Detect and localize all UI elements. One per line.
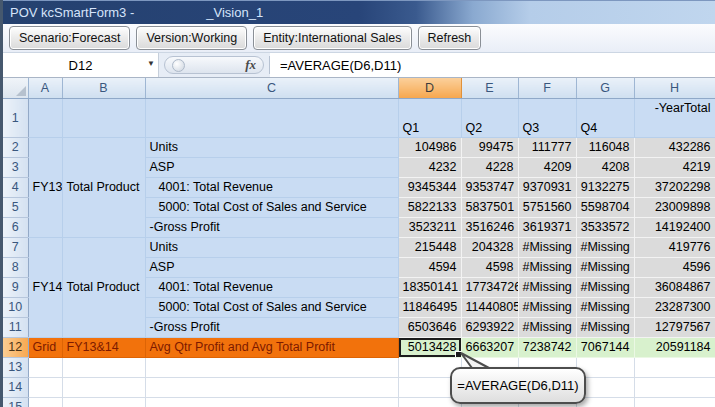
col-header-H[interactable]: H <box>634 78 715 98</box>
col-header-E[interactable]: E <box>461 78 518 98</box>
row-header-11[interactable]: 11 <box>3 317 28 337</box>
scenario-button[interactable]: Scenario:Forecast <box>9 26 130 50</box>
cell-E9[interactable]: 17734726 <box>461 277 518 297</box>
cell-B14[interactable] <box>62 377 145 397</box>
cell-F4[interactable]: 9370931 <box>518 177 576 197</box>
row-header-7[interactable]: 7 <box>3 237 28 257</box>
cell-C12[interactable]: Avg Qtr Profit and Avg Total Profit <box>145 337 398 357</box>
cell-F10[interactable]: #Missing <box>518 297 576 317</box>
cell-G8[interactable]: #Missing <box>576 257 634 277</box>
cell-H5[interactable]: 23009898 <box>634 197 715 217</box>
cell-H7[interactable]: 419776 <box>634 237 715 257</box>
cell-E7[interactable]: 204328 <box>461 237 518 257</box>
cell-E8[interactable]: 4598 <box>461 257 518 277</box>
cell-D10[interactable]: 11846495 <box>398 297 461 317</box>
cell-C2[interactable]: Units <box>145 137 398 157</box>
cell-D11[interactable]: 6503646 <box>398 317 461 337</box>
cell-H4[interactable]: 37202298 <box>634 177 715 197</box>
row-header-1[interactable]: 1 <box>3 98 28 137</box>
cell-B1[interactable] <box>62 98 145 137</box>
cell-C6[interactable]: -Gross Profit <box>145 217 398 237</box>
row-header-13[interactable]: 13 <box>3 357 28 377</box>
cell-H3[interactable]: 4219 <box>634 157 715 177</box>
row-header-2[interactable]: 2 <box>3 137 28 157</box>
cell-D1[interactable]: Q1 <box>398 98 461 137</box>
cell-D5[interactable]: 5822133 <box>398 197 461 217</box>
cell-G12[interactable]: 7067144 <box>576 337 634 357</box>
row-header-8[interactable]: 8 <box>3 257 28 277</box>
cell-H13[interactable] <box>634 357 715 377</box>
cell-F9[interactable]: #Missing <box>518 277 576 297</box>
cell-F2[interactable]: 111777 <box>518 137 576 157</box>
cell-H12[interactable]: 20591184 <box>634 337 715 357</box>
cell-G5[interactable]: 5598704 <box>576 197 634 217</box>
cell-C3[interactable]: ASP <box>145 157 398 177</box>
col-header-D[interactable]: D <box>398 78 461 98</box>
cell-F5[interactable]: 5751560 <box>518 197 576 217</box>
cell-E10[interactable]: 11440805 <box>461 297 518 317</box>
cell-E5[interactable]: 5837501 <box>461 197 518 217</box>
row-header-6[interactable]: 6 <box>3 217 28 237</box>
row-header-10[interactable]: 10 <box>3 297 28 317</box>
cell-A7-FY14[interactable]: FY14 <box>28 237 62 337</box>
cell-G4[interactable]: 9132275 <box>576 177 634 197</box>
insert-function-icon[interactable]: fx <box>245 57 256 73</box>
name-box-dropdown-icon[interactable]: ▼ <box>147 60 155 68</box>
cell-C10[interactable]: 5000: Total Cost of Sales and Service <box>145 297 398 317</box>
cell-C5[interactable]: 5000: Total Cost of Sales and Service <box>145 197 398 217</box>
cell-H9[interactable]: 36084867 <box>634 277 715 297</box>
row-header-15[interactable]: 15 <box>3 397 28 407</box>
cell-A12[interactable]: Grid <box>28 337 62 357</box>
cell-G1[interactable]: Q4 <box>576 98 634 137</box>
cell-C15[interactable] <box>145 397 398 407</box>
cell-G11[interactable]: #Missing <box>576 317 634 337</box>
cell-B13[interactable] <box>62 357 145 377</box>
cell-E2[interactable]: 99475 <box>461 137 518 157</box>
cell-F8[interactable]: #Missing <box>518 257 576 277</box>
row-header-14[interactable]: 14 <box>3 377 28 397</box>
cell-H6[interactable]: 14192400 <box>634 217 715 237</box>
cell-G2[interactable]: 116048 <box>576 137 634 157</box>
row-header-9[interactable]: 9 <box>3 277 28 297</box>
cell-C11[interactable]: -Gross Profit <box>145 317 398 337</box>
col-header-B[interactable]: B <box>62 78 145 98</box>
cell-C4[interactable]: 4001: Total Revenue <box>145 177 398 197</box>
cell-C14[interactable] <box>145 377 398 397</box>
cell-A14[interactable] <box>28 377 62 397</box>
cell-A1[interactable] <box>28 98 62 137</box>
row-header-5[interactable]: 5 <box>3 197 28 217</box>
select-all-corner[interactable] <box>3 78 28 98</box>
col-header-G[interactable]: G <box>576 78 634 98</box>
formula-input[interactable]: =AVERAGE(D6,D11) <box>270 53 715 77</box>
cell-E1[interactable]: Q2 <box>461 98 518 137</box>
refresh-button[interactable]: Refresh <box>418 26 482 50</box>
cell-H14[interactable] <box>634 377 715 397</box>
cell-B2-total-product[interactable]: Total Product <box>62 137 145 237</box>
cell-A13[interactable] <box>28 357 62 377</box>
entity-button[interactable]: Entity:International Sales <box>253 26 411 50</box>
cell-H2[interactable]: 432286 <box>634 137 715 157</box>
cell-E3[interactable]: 4228 <box>461 157 518 177</box>
cell-H15[interactable] <box>634 397 715 407</box>
cell-G10[interactable]: #Missing <box>576 297 634 317</box>
cell-G6[interactable]: 3533572 <box>576 217 634 237</box>
cell-D4[interactable]: 9345344 <box>398 177 461 197</box>
cell-E6[interactable]: 3516246 <box>461 217 518 237</box>
cell-C8[interactable]: ASP <box>145 257 398 277</box>
cell-D9[interactable]: 18350141 <box>398 277 461 297</box>
cell-D8[interactable]: 4594 <box>398 257 461 277</box>
cell-G7[interactable]: #Missing <box>576 237 634 257</box>
col-header-C[interactable]: C <box>145 78 398 98</box>
cell-F12[interactable]: 7238742 <box>518 337 576 357</box>
cell-F6[interactable]: 3619371 <box>518 217 576 237</box>
cell-H10[interactable]: 23287300 <box>634 297 715 317</box>
cell-C13[interactable] <box>145 357 398 377</box>
cell-B12[interactable]: FY13&14 <box>62 337 145 357</box>
version-button[interactable]: Version:Working <box>136 26 247 50</box>
cell-F1[interactable]: Q3 <box>518 98 576 137</box>
cell-H11[interactable]: 12797567 <box>634 317 715 337</box>
cell-C9[interactable]: 4001: Total Revenue <box>145 277 398 297</box>
cell-H8[interactable]: 4596 <box>634 257 715 277</box>
row-header-12[interactable]: 12 <box>3 337 28 357</box>
name-box[interactable]: D12 ▼ <box>3 53 159 77</box>
